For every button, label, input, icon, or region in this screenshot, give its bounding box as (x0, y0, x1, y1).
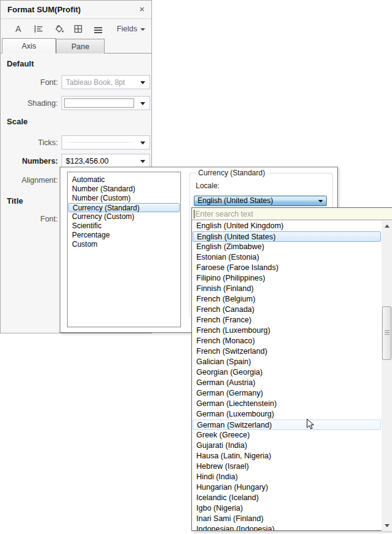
numbers-label: Numbers: (22, 157, 58, 165)
scrollbar-grip (385, 330, 390, 336)
chevron-down-icon (140, 28, 145, 31)
scrollbar-thumb[interactable] (382, 306, 391, 360)
list-item[interactable]: Greek (Greece) (192, 430, 382, 440)
locale-combobox-value: English (United States) (198, 196, 273, 205)
dropdown-arrow-icon (140, 141, 145, 145)
list-item[interactable]: Hausa (Latin, Nigeria) (192, 451, 382, 461)
list-item[interactable]: Automatic (68, 175, 180, 185)
list-item[interactable]: Estonian (Estonia) (192, 252, 382, 263)
dropdown-arrow-icon (140, 102, 145, 105)
locale-combobox[interactable]: English (United States) (194, 196, 327, 206)
list-item[interactable]: Inari Sami (Finland) (192, 514, 382, 524)
locale-label: Locale: (196, 181, 220, 190)
font-label: Font: (41, 78, 58, 87)
list-item[interactable]: French (Canada) (192, 305, 382, 315)
dropdown-arrow-icon (318, 200, 323, 202)
font-dropdown[interactable]: Tableau Book, 8pt (62, 75, 150, 89)
pane-title: Format SUM(Profit) (7, 5, 81, 14)
shading-label: Shading: (28, 99, 58, 108)
list-item[interactable]: Custom (68, 240, 180, 249)
list-item[interactable]: Filipino (Philippines) (192, 273, 382, 284)
list-item[interactable]: German (Austria) (192, 378, 382, 388)
list-item[interactable]: French (Belgium) (192, 294, 382, 305)
list-item[interactable]: English (Zimbabwe) (192, 242, 382, 252)
mouse-cursor (306, 418, 314, 433)
tab-axis[interactable]: Axis (2, 38, 56, 54)
locale-dropdown-popup: English (United Kingdom)English (United … (191, 207, 392, 531)
search-input[interactable] (192, 208, 392, 220)
list-item[interactable]: German (Luxembourg) (192, 409, 382, 420)
shading-dropdown[interactable] (62, 96, 150, 110)
list-item[interactable]: English (United States) (193, 231, 381, 242)
list-item[interactable]: Hungarian (Hungary) (192, 482, 382, 493)
list-item[interactable]: Georgian (Georgia) (192, 367, 382, 378)
borders-grid-icon[interactable] (74, 25, 82, 36)
section-scale: Scale (7, 117, 28, 126)
list-item[interactable]: Currency (Custom) (68, 212, 180, 221)
list-item[interactable]: French (Switzerland) (192, 346, 382, 357)
scrollbar[interactable] (382, 221, 392, 531)
scroll-up-icon (385, 225, 390, 228)
ticks-dropdown[interactable] (62, 135, 150, 149)
list-item[interactable]: Hebrew (Israel) (192, 461, 382, 472)
list-item[interactable]: Percentage (68, 231, 180, 240)
pane-header: Format SUM(Profit) × (1, 1, 151, 19)
ticks-label: Ticks: (38, 138, 58, 147)
list-item[interactable]: Galician (Spain) (192, 357, 382, 367)
format-type-list: AutomaticNumber (Standard)Number (Custom… (67, 172, 181, 327)
list-item[interactable]: French (France) (192, 315, 382, 325)
alignment-icon[interactable] (34, 25, 43, 36)
list-item[interactable]: Igbo (Nigeria) (192, 503, 382, 514)
font-icon[interactable]: A (15, 24, 21, 34)
list-item[interactable]: French (Luxembourg) (192, 325, 382, 336)
scroll-down-button[interactable] (382, 520, 392, 531)
font-value: Tableau Book, 8pt (62, 78, 125, 87)
shading-swatch (64, 98, 134, 108)
text-caret (194, 210, 194, 218)
fields-dropdown-button[interactable]: Fields (117, 25, 145, 33)
numbers-value: $123,456.00 (62, 157, 109, 165)
list-item[interactable]: Finnish (Finland) (192, 284, 382, 294)
section-title: Title (7, 196, 23, 205)
dropdown-arrow-icon (140, 81, 145, 84)
list-item[interactable]: German (Germany) (192, 388, 382, 399)
group-title: Currency (Standard) (196, 169, 268, 177)
scroll-up-button[interactable] (382, 221, 392, 231)
fields-label: Fields (117, 25, 137, 33)
lines-icon[interactable] (94, 25, 103, 36)
title-font-label: Font: (41, 215, 58, 223)
numbers-dropdown[interactable]: $123,456.00 (62, 154, 150, 168)
section-default: Default (7, 59, 34, 68)
list-item[interactable]: German (Switzerland) (193, 420, 381, 430)
list-item[interactable]: Gujarati (India) (192, 440, 382, 451)
list-item[interactable]: Currency (Standard) (68, 203, 180, 212)
list-item[interactable]: Scientific (68, 221, 180, 231)
list-item[interactable]: Number (Custom) (68, 194, 180, 203)
tab-bar: Axis Pane (1, 38, 151, 54)
list-item[interactable]: Number (Standard) (68, 185, 180, 194)
list-item[interactable]: Indonesian (Indonesia) (192, 524, 382, 530)
list-item[interactable]: French (Monaco) (192, 336, 382, 346)
locale-list: English (United Kingdom)English (United … (192, 221, 382, 530)
alignment-label: Alignment: (22, 176, 58, 185)
tick-line-sample (66, 142, 134, 143)
close-icon[interactable]: × (137, 4, 146, 14)
dropdown-arrow-icon (140, 160, 145, 163)
list-item[interactable]: Icelandic (Iceland) (192, 493, 382, 503)
list-item[interactable]: Hindi (India) (192, 472, 382, 482)
format-toolbar: A Fields (1, 20, 151, 38)
list-item[interactable]: English (United Kingdom) (192, 221, 382, 231)
screen: Format SUM(Profit) × A (0, 0, 392, 534)
list-item[interactable]: Faroese (Faroe Islands) (192, 263, 382, 273)
scroll-down-icon (385, 524, 390, 527)
list-item[interactable]: German (Liechtenstein) (192, 399, 382, 409)
shading-bucket-icon[interactable] (54, 24, 65, 36)
tab-pane[interactable]: Pane (56, 39, 105, 54)
